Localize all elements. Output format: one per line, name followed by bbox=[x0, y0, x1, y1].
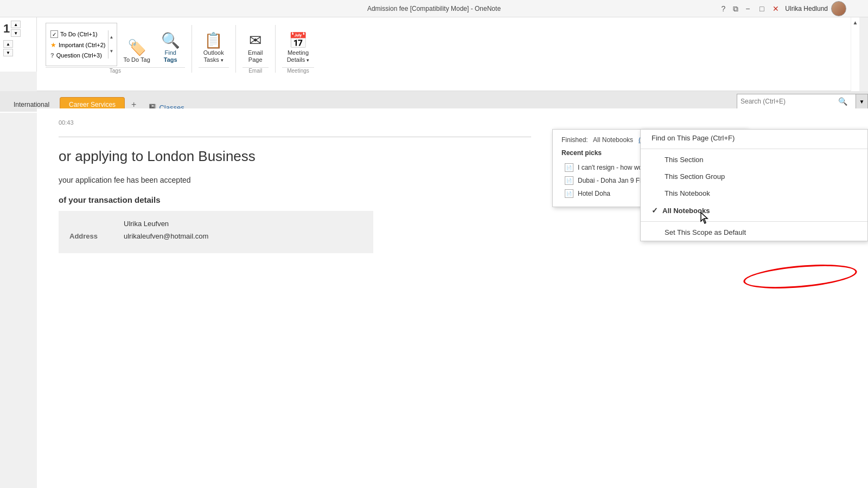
scope-all-notebooks[interactable]: ✓ All Notebooks bbox=[641, 202, 867, 219]
finished-label: Finished: bbox=[561, 136, 588, 144]
divider-1 bbox=[192, 25, 192, 73]
restore-icon[interactable]: ⧉ bbox=[733, 4, 738, 14]
avatar bbox=[831, 1, 846, 16]
todo-label: To Do (Ctrl+1) bbox=[60, 31, 98, 37]
window-title: Admission fee [Compatibility Mode] - One… bbox=[367, 5, 501, 12]
ribbon-left-arrow1[interactable]: ▲ bbox=[3, 40, 13, 48]
todo-tag-icon: 🏷️ bbox=[127, 40, 146, 55]
title-bar: Admission fee [Compatibility Mode] - One… bbox=[0, 0, 868, 17]
email-page-label: EmailPage bbox=[248, 49, 263, 63]
find-tags-icon: 🔍 bbox=[161, 33, 180, 48]
ribbon: ✓ To Do (Ctrl+1) ★ Important (Ctrl+2) ? … bbox=[37, 17, 859, 91]
search-icon[interactable]: 🔍 bbox=[838, 97, 847, 106]
content-divider bbox=[59, 137, 531, 137]
outlook-tasks-icon: 📋 bbox=[204, 33, 223, 48]
question-label: Question (Ctrl+3) bbox=[56, 52, 102, 59]
meeting-details-label: MeetingDetails ▾ bbox=[287, 49, 310, 63]
name-value: Ulrika Leufven bbox=[124, 220, 169, 228]
tags-section-label: Tags bbox=[46, 67, 185, 75]
todo-checkbox: ✓ bbox=[50, 30, 58, 38]
user-area: ? ⧉ − □ ✕ Ulrika Hedlund bbox=[722, 0, 847, 17]
tag-list: ✓ To Do (Ctrl+1) ★ Important (Ctrl+2) ? … bbox=[46, 23, 117, 66]
ribbon-tasks-section: 📋 OutlookTasks ▾ bbox=[199, 23, 229, 75]
todo-tag[interactable]: ✓ To Do (Ctrl+1) bbox=[48, 29, 108, 39]
divider-2 bbox=[235, 25, 236, 73]
find-tags-label: FindTags bbox=[164, 49, 177, 63]
name-label bbox=[69, 220, 113, 228]
address-label: Address bbox=[69, 232, 113, 240]
ribbon-collapse-button[interactable]: ▲ bbox=[851, 17, 859, 91]
ribbon-left-panel: 1 ▲ ▼ ▲ ▼ bbox=[0, 17, 37, 72]
star-icon: ★ bbox=[50, 41, 56, 49]
ribbon-tags-section: ✓ To Do (Ctrl+1) ★ Important (Ctrl+2) ? … bbox=[46, 23, 185, 75]
ribbon-scroll-down[interactable]: ▼ bbox=[11, 29, 21, 37]
this-notebook-label: This Notebook bbox=[665, 189, 710, 197]
address-row: Address ulrikaleufven@hotmail.com bbox=[69, 232, 362, 240]
meeting-details-icon: 📅 bbox=[289, 33, 308, 48]
outlook-tasks-label: OutlookTasks ▾ bbox=[203, 49, 224, 63]
address-value: ulrikaleufven@hotmail.com bbox=[124, 232, 208, 240]
scope-separator-2 bbox=[641, 221, 867, 222]
scope-this-notebook[interactable]: This Notebook bbox=[641, 185, 867, 202]
meetings-section-label: Meetings bbox=[282, 67, 315, 75]
find-tags-button[interactable]: 🔍 FindTags bbox=[156, 23, 185, 66]
pick-text-3: Hotel Doha bbox=[578, 190, 610, 197]
email-page-icon: ✉ bbox=[249, 33, 261, 48]
maximize-button[interactable]: □ bbox=[756, 4, 768, 13]
set-default-label: Set This Scope as Default bbox=[665, 228, 746, 236]
ribbon-collapse-icon: ▲ bbox=[853, 20, 858, 25]
close-button[interactable]: ✕ bbox=[770, 4, 782, 13]
page-icon-2: 📄 bbox=[565, 176, 573, 185]
ribbon-scroll-up[interactable]: ▲ bbox=[11, 21, 21, 28]
minimize-button[interactable]: − bbox=[742, 4, 754, 13]
page-icon-3: 📄 bbox=[565, 189, 573, 198]
tag-arrow-down[interactable]: ▼ bbox=[110, 49, 114, 54]
window-controls: − □ ✕ bbox=[742, 4, 782, 13]
outlook-tasks-button[interactable]: 📋 OutlookTasks ▾ bbox=[199, 23, 229, 66]
divider-3 bbox=[275, 25, 276, 73]
scope-separator-1 bbox=[641, 149, 867, 149]
email-section-label: Email bbox=[242, 67, 269, 75]
important-label: Important (Ctrl+2) bbox=[59, 42, 106, 48]
ribbon-left-arrow2[interactable]: ▼ bbox=[3, 49, 13, 56]
this-section-group-label: This Section Group bbox=[665, 172, 725, 181]
scope-this-section-group[interactable]: This Section Group bbox=[641, 168, 867, 185]
tag-side-arrows: ▲ ▼ bbox=[108, 30, 115, 59]
timestamp: 00:43 bbox=[59, 119, 846, 126]
search-dropdown-arrow-icon: ▼ bbox=[859, 99, 865, 105]
email-page-button[interactable]: ✉ EmailPage bbox=[242, 23, 269, 66]
all-notebooks-label: All Notebooks bbox=[662, 207, 710, 215]
ribbon-number: 1 bbox=[3, 22, 10, 36]
help-icon[interactable]: ? bbox=[722, 4, 726, 13]
todo-tag-button[interactable]: 🏷️ To Do Tag bbox=[118, 23, 155, 66]
name-row: Ulrika Leufven bbox=[69, 220, 362, 228]
tag-arrow-up[interactable]: ▲ bbox=[110, 35, 114, 40]
scope-dropdown: Find on This Page (Ctrl+F) This Section … bbox=[640, 129, 868, 241]
user-name: Ulrika Hedlund bbox=[785, 5, 828, 12]
all-notebooks-checkmark: ✓ bbox=[652, 206, 658, 215]
scope-display: All Notebooks bbox=[593, 136, 633, 144]
search-dropdown-button[interactable]: ▼ bbox=[856, 94, 868, 109]
ribbon-meetings-section: 📅 MeetingDetails ▾ Meetings bbox=[282, 23, 315, 75]
question-tag[interactable]: ? Question (Ctrl+3) bbox=[48, 51, 108, 60]
todo-tag-label: To Do Tag bbox=[123, 56, 150, 63]
important-tag[interactable]: ★ Important (Ctrl+2) bbox=[48, 40, 108, 50]
ribbon-email-section: ✉ EmailPage Email bbox=[242, 23, 269, 75]
scope-this-section[interactable]: This Section bbox=[641, 151, 867, 168]
find-on-page-label: Find on This Page (Ctrl+F) bbox=[652, 134, 735, 142]
transaction-details-box: Ulrika Leufven Address ulrikaleufven@hot… bbox=[59, 211, 373, 253]
meeting-details-button[interactable]: 📅 MeetingDetails ▾ bbox=[282, 23, 315, 66]
scope-set-default[interactable]: Set This Scope as Default bbox=[641, 224, 867, 241]
scope-find-on-page[interactable]: Find on This Page (Ctrl+F) bbox=[641, 130, 867, 146]
question-icon: ? bbox=[50, 52, 54, 59]
page-icon-1: 📄 bbox=[565, 163, 573, 172]
search-box[interactable]: 🔍 bbox=[737, 94, 856, 109]
tasks-section-label bbox=[199, 67, 229, 75]
search-input[interactable] bbox=[741, 98, 838, 105]
this-section-label: This Section bbox=[665, 156, 704, 164]
